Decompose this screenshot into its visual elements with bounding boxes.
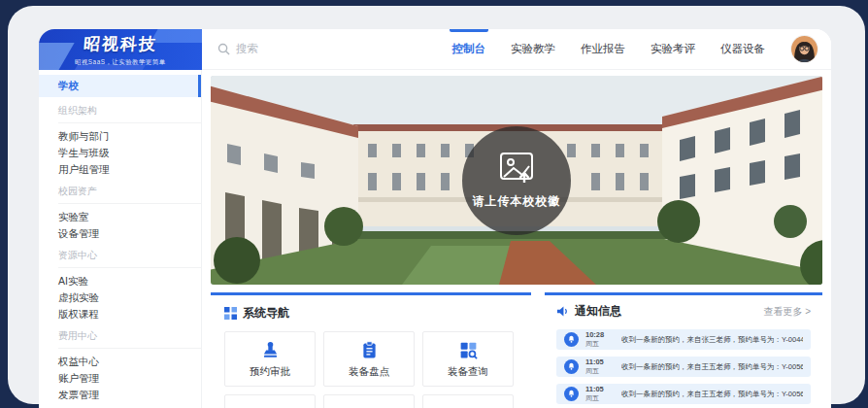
notification-item[interactable]: 11:05 周五 收到一条新的预约，来自王五老师，预约单号为：Y-0056，请尽… bbox=[556, 357, 811, 377]
tile-label: 装备查询 bbox=[448, 365, 488, 379]
tile-reservation-approval[interactable]: 预约审批 bbox=[224, 331, 316, 387]
sidebar-section-billing-center: 费用中心 bbox=[58, 329, 201, 349]
main-content: 请上传本校校徽 系统导航 bbox=[202, 70, 831, 408]
logo: 昭视科技 昭视SaaS，让实验教学更简单 bbox=[39, 29, 202, 70]
bottom-cards: 系统导航 预约审批 bbox=[211, 292, 822, 408]
sidebar-item-virtual-experiment[interactable]: 虚拟实验 bbox=[39, 289, 201, 306]
stamp-icon bbox=[260, 340, 281, 360]
logo-decor-shard bbox=[39, 43, 75, 70]
clipboard-icon bbox=[359, 340, 380, 360]
tile-label: 装备盘点 bbox=[349, 365, 389, 379]
system-navigation-card: 系统导航 预约审批 bbox=[211, 292, 531, 408]
tile-equipment-query[interactable]: 装备查询 bbox=[422, 331, 514, 387]
notifications-title: 通知信息 bbox=[575, 303, 621, 320]
search-icon bbox=[217, 43, 230, 55]
app-window: 昭视科技 昭视SaaS，让实验教学更简单 搜索 控制台 实验教学 作业报告 实验… bbox=[39, 29, 831, 408]
navigation-tiles: 预约审批 装备盘点 bbox=[224, 331, 517, 408]
tile-equipment-inventory[interactable]: 装备盘点 bbox=[323, 331, 415, 387]
tile-row2-3[interactable] bbox=[422, 394, 514, 408]
notification-time: 10:28 周五 bbox=[585, 331, 615, 348]
image-upload-icon bbox=[499, 152, 534, 185]
tab-homework-report[interactable]: 作业报告 bbox=[568, 29, 638, 70]
tab-instruments[interactable]: 仪器设备 bbox=[708, 29, 778, 70]
notification-item[interactable]: 11:05 周五 收到一条新的预约，来自王五老师，预约单号为：Y-0056，请尽… bbox=[556, 384, 811, 404]
tab-experiment-teaching[interactable]: 实验教学 bbox=[498, 29, 568, 70]
search-placeholder: 搜索 bbox=[236, 42, 258, 56]
sidebar-item-benefits-center[interactable]: 权益中心 bbox=[39, 354, 201, 370]
avatar[interactable] bbox=[791, 36, 818, 62]
bell-icon bbox=[564, 332, 579, 347]
tile-label: 预约审批 bbox=[250, 365, 290, 379]
sidebar-item-laboratory[interactable]: 实验室 bbox=[39, 209, 201, 225]
search-input[interactable]: 搜索 bbox=[217, 42, 258, 56]
notifications-header: 通知信息 查看更多 > bbox=[556, 303, 811, 320]
sidebar-section-resource-center: 资源中心 bbox=[58, 249, 201, 268]
sidebar-section-org: 组织架构 bbox=[58, 104, 201, 123]
avatar-image bbox=[791, 36, 818, 62]
sidebar-item-equipment-management[interactable]: 设备管理 bbox=[39, 225, 201, 242]
notification-text: 收到一条新的预约，来自王五老师，预约单号为：Y-0056，请尽快处理。 bbox=[621, 390, 803, 399]
sidebar-item-school[interactable]: 学校 bbox=[39, 75, 201, 97]
sidebar-section-campus-assets: 校园资产 bbox=[58, 185, 201, 204]
sidebar-item-user-groups[interactable]: 用户组管理 bbox=[39, 161, 201, 178]
logo-tagline: 昭视SaaS，让实验教学更简单 bbox=[75, 57, 165, 66]
logo-title: 昭视科技 bbox=[83, 33, 158, 55]
speaker-icon bbox=[556, 305, 569, 318]
system-navigation-header: 系统导航 bbox=[224, 305, 517, 322]
notification-text: 收到一条新的预约，来自王五老师，预约单号为：Y-0056，请尽快处理。 bbox=[621, 362, 803, 372]
view-more-link[interactable]: 查看更多 > bbox=[763, 305, 811, 319]
bell-icon bbox=[564, 387, 579, 401]
sidebar-item-licensed-courses[interactable]: 版权课程 bbox=[39, 306, 201, 323]
topbar: 搜索 控制台 实验教学 作业报告 实验考评 仪器设备 bbox=[202, 29, 831, 70]
sidebar-item-teachers-departments[interactable]: 教师与部门 bbox=[39, 128, 201, 145]
sidebar-item-ai-experiment[interactable]: AI实验 bbox=[39, 273, 201, 289]
grid-icon bbox=[224, 307, 237, 320]
hero-banner: 请上传本校校徽 bbox=[211, 76, 822, 285]
tile-row2-1[interactable] bbox=[224, 394, 316, 408]
top-nav-tabs: 控制台 实验教学 作业报告 实验考评 仪器设备 bbox=[440, 29, 779, 70]
grid-search-icon bbox=[458, 340, 479, 360]
system-navigation-title: 系统导航 bbox=[243, 305, 289, 322]
sidebar-item-invoice-management[interactable]: 发票管理 bbox=[39, 387, 201, 403]
tab-experiment-evaluation[interactable]: 实验考评 bbox=[638, 29, 708, 70]
notification-text: 收到一条新的预约，来自张三老师，预约单号为：Y-0044，请尽快处理。 bbox=[621, 335, 803, 345]
sidebar: 学校 组织架构 教师与部门 学生与班级 用户组管理 校园资产 实验室 设备管理 … bbox=[39, 70, 202, 408]
notification-time: 11:05 周五 bbox=[585, 358, 615, 375]
sidebar-item-students-classes[interactable]: 学生与班级 bbox=[39, 145, 201, 161]
notifications-card: 通知信息 查看更多 > 10:28 周五 收到一条新的预约，来自张三老师，预约单… bbox=[545, 292, 822, 408]
bell-icon bbox=[564, 359, 579, 374]
notification-time: 11:05 周五 bbox=[585, 386, 615, 402]
tab-console[interactable]: 控制台 bbox=[440, 29, 499, 70]
sidebar-item-account-management[interactable]: 账户管理 bbox=[39, 370, 201, 387]
tile-row2-2[interactable] bbox=[323, 394, 415, 408]
notification-item[interactable]: 10:28 周五 收到一条新的预约，来自张三老师，预约单号为：Y-0044，请尽… bbox=[556, 329, 811, 350]
upload-school-badge-button[interactable]: 请上传本校校徽 bbox=[462, 126, 571, 235]
upload-label: 请上传本校校徽 bbox=[473, 193, 561, 210]
